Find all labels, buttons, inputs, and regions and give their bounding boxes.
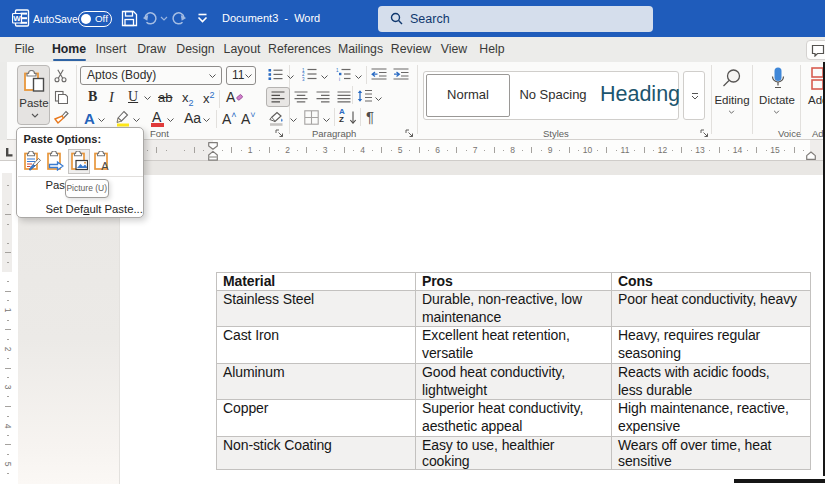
svg-text:W: W	[13, 14, 21, 23]
svg-text:3: 3	[302, 77, 305, 82]
svg-text:1: 1	[336, 68, 339, 73]
svg-text:i: i	[339, 77, 340, 82]
svg-text:A: A	[101, 160, 109, 172]
